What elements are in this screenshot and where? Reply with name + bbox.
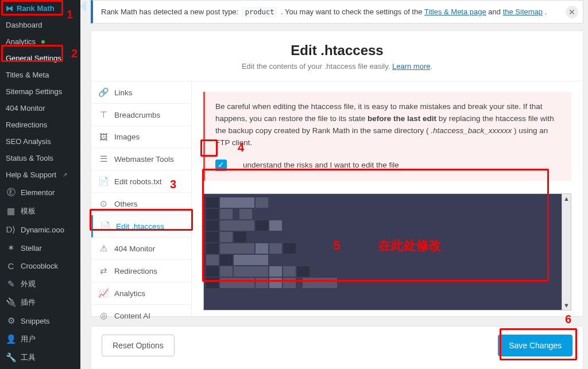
scroll-down-icon[interactable]: ▼ bbox=[562, 301, 571, 310]
tab-images[interactable]: 🖼 Images bbox=[91, 126, 191, 148]
crocoblock-icon: C bbox=[6, 261, 16, 271]
close-icon: ✕ bbox=[568, 7, 575, 17]
notice-dismiss-button[interactable]: ✕ bbox=[566, 6, 578, 18]
links-icon: 🔗 bbox=[98, 87, 109, 98]
tab-htaccess[interactable]: 📄 Edit .htaccess bbox=[91, 215, 191, 238]
htaccess-icon: 📄 bbox=[100, 221, 110, 231]
users-icon: 👤 bbox=[6, 334, 16, 344]
others-icon: ⊙ bbox=[98, 199, 109, 209]
save-changes-button[interactable]: Save Changes bbox=[498, 335, 572, 356]
reset-options-button[interactable]: Reset Options bbox=[102, 335, 175, 356]
check-icon: ✓ bbox=[218, 159, 225, 172]
rankmath-icon: ⧓ bbox=[6, 4, 13, 13]
risk-checkbox[interactable]: ✓ bbox=[215, 160, 227, 171]
sidebar-sub-analytics[interactable]: Analytics bbox=[0, 33, 80, 50]
page-subtitle: Edit the contents of your .htaccess file… bbox=[103, 62, 571, 71]
contentai-icon: ◎ bbox=[98, 310, 109, 321]
sidebar-item-plugins[interactable]: 🔌 插件 bbox=[0, 293, 80, 312]
risk-row: ✓ understand the risks and I want to edi… bbox=[215, 160, 561, 172]
templates-icon: ▦ bbox=[6, 206, 16, 216]
main-column: Rank Math has detected a new post type: … bbox=[80, 0, 588, 369]
tab-webmaster[interactable]: ☰ Webmaster Tools bbox=[91, 148, 191, 170]
tab-analytics[interactable]: 📈 Analytics bbox=[91, 282, 191, 305]
elementor-icon: Ⓔ bbox=[6, 187, 16, 198]
panel-header: Edit .htaccess Edit the contents of your… bbox=[91, 31, 583, 81]
webmaster-icon: ☰ bbox=[98, 154, 109, 164]
notice-code: product bbox=[242, 7, 278, 17]
notice-text: Rank Math has detected a new post type: … bbox=[101, 7, 547, 16]
panel-body: 🔗 Links ⊤ Breadcrumbs 🖼 Images ☰ Webmast… bbox=[91, 81, 583, 316]
tab-contentai[interactable]: ◎ Content AI bbox=[91, 305, 191, 327]
action-bar: Reset Options Save Changes 6 bbox=[91, 326, 583, 369]
tab-redirections[interactable]: ⇄ Redirections bbox=[91, 260, 191, 282]
sidebar-item-users[interactable]: 👤 用户 bbox=[0, 330, 80, 348]
warning-box: Be careful when editing the htaccess fil… bbox=[203, 92, 571, 181]
sidebar-item-tools[interactable]: 🔧 工具 bbox=[0, 348, 80, 367]
tab-links[interactable]: 🔗 Links bbox=[91, 81, 191, 104]
sidebar-sub-dashboard[interactable]: Dashboard bbox=[0, 17, 80, 33]
page-title: Edit .htaccess bbox=[103, 42, 571, 59]
analytics-dot-icon bbox=[41, 40, 45, 44]
tab-content: Be careful when editing the htaccess fil… bbox=[192, 81, 583, 316]
sidebar-sub-seo-analysis[interactable]: SEO Analysis bbox=[0, 133, 80, 150]
sidebar-sub-general-settings[interactable]: General Settings bbox=[0, 50, 80, 67]
notice-link-titles[interactable]: Titles & Meta page bbox=[424, 7, 486, 16]
analytics-icon: 📈 bbox=[98, 288, 109, 298]
editor-scrollbar[interactable]: ▲ ▼ bbox=[562, 194, 571, 310]
sidebar-sub-titles-meta[interactable]: Titles & Meta bbox=[0, 67, 80, 83]
sidebar-item-snippets[interactable]: ⚙ Snippets bbox=[0, 312, 80, 330]
htaccess-editor[interactable]: 5 在此处修改 ▲ ▼ bbox=[203, 193, 571, 310]
rankmath-label: Rank Math bbox=[17, 4, 55, 13]
settings-tabs: 🔗 Links ⊤ Breadcrumbs 🖼 Images ☰ Webmast… bbox=[91, 81, 192, 316]
sidebar-item-dynamic[interactable]: D⟩ Dynamic.ooo bbox=[0, 220, 80, 239]
scroll-up-icon[interactable]: ▲ bbox=[562, 194, 571, 203]
sidebar-sub-status-tools[interactable]: Status & Tools bbox=[0, 150, 80, 166]
sidebar-item-templates[interactable]: ▦ 模板 bbox=[0, 202, 80, 220]
dynamic-icon: D⟩ bbox=[6, 224, 16, 235]
tab-404[interactable]: ⚠ 404 Monitor bbox=[91, 238, 191, 260]
sidebar-sub-404[interactable]: 404 Monitor bbox=[0, 100, 80, 116]
notice-link-sitemap[interactable]: the Sitemap bbox=[503, 7, 543, 16]
active-menu-pointer bbox=[80, 1, 86, 12]
404-icon: ⚠ bbox=[98, 243, 109, 254]
sidebar-item-elementor[interactable]: Ⓔ Elementor bbox=[0, 183, 80, 202]
sidebar-sub-redirections[interactable]: Redirections bbox=[0, 116, 80, 133]
sidebar-sub-sitemap[interactable]: Sitemap Settings bbox=[0, 83, 80, 100]
sidebar-item-crocoblock[interactable]: C Crocoblock bbox=[0, 257, 80, 275]
stellar-icon: ✶ bbox=[6, 243, 16, 253]
tab-robots[interactable]: 📄 Edit robots.txt bbox=[91, 170, 191, 193]
sidebar-sub-help[interactable]: Help & Support bbox=[0, 166, 80, 183]
redirections-icon: ⇄ bbox=[98, 266, 109, 276]
plugins-icon: 🔌 bbox=[6, 297, 16, 308]
risk-label: understand the risks and I want to edit … bbox=[243, 160, 399, 172]
wp-admin-sidebar: ⧓ Rank Math Dashboard Analytics General … bbox=[0, 0, 80, 369]
tools-icon: 🔧 bbox=[6, 352, 16, 363]
sidebar-item-settings[interactable]: ⚙ 设置 bbox=[0, 367, 80, 369]
sidebar-item-appearance[interactable]: ✎ 外观 bbox=[0, 275, 80, 293]
learn-more-link[interactable]: Learn more bbox=[392, 62, 430, 71]
settings-panel: Edit .htaccess Edit the contents of your… bbox=[91, 30, 583, 317]
editor-caption: 5 在此处修改 bbox=[333, 237, 441, 254]
robots-icon: 📄 bbox=[98, 176, 109, 187]
appearance-icon: ✎ bbox=[6, 279, 16, 289]
tab-others[interactable]: ⊙ Others bbox=[91, 193, 191, 215]
images-icon: 🖼 bbox=[98, 132, 109, 142]
sidebar-item-stellar[interactable]: ✶ Stellar bbox=[0, 239, 80, 257]
sidebar-item-rankmath[interactable]: ⧓ Rank Math bbox=[0, 0, 80, 17]
notice-new-post-type: Rank Math has detected a new post type: … bbox=[91, 0, 583, 24]
breadcrumbs-icon: ⊤ bbox=[98, 110, 109, 120]
tab-breadcrumbs[interactable]: ⊤ Breadcrumbs bbox=[91, 104, 191, 126]
snippets-icon: ⚙ bbox=[6, 316, 16, 326]
